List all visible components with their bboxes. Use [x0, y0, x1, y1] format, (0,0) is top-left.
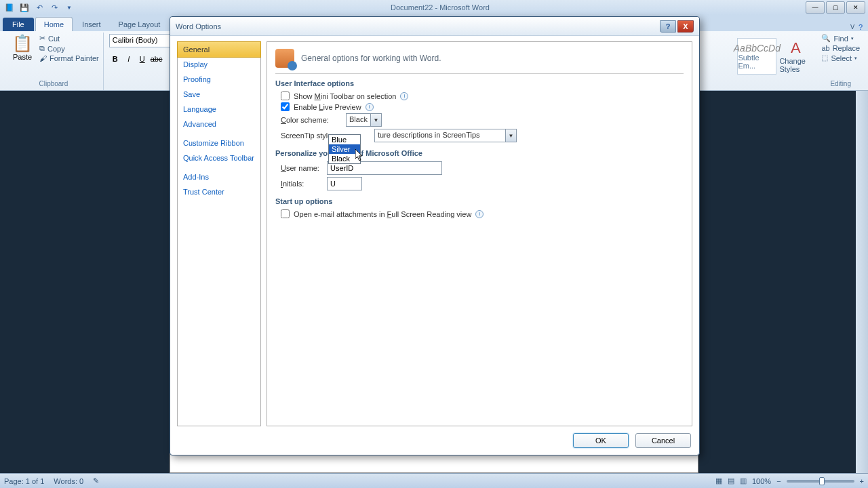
info-icon[interactable]: i — [400, 92, 408, 100]
nav-save[interactable]: Save — [178, 87, 260, 102]
color-scheme-dropdown: Blue Silver Black — [328, 134, 361, 164]
options-content-pane: General options for working with Word. U… — [267, 41, 692, 426]
live-preview-label: Enable Live Preview — [294, 103, 361, 111]
info-icon[interactable]: i — [475, 210, 484, 218]
email-attachments-checkbox[interactable] — [281, 209, 290, 218]
mini-toolbar-label: Show Mini Toolbar on selection — [294, 92, 396, 100]
dropdown-item-blue[interactable]: Blue — [329, 135, 360, 144]
initials-label: Initials: — [281, 180, 323, 188]
dialog-help-button[interactable]: ? — [660, 20, 676, 33]
nav-display[interactable]: Display — [178, 57, 260, 72]
live-preview-checkbox[interactable] — [281, 102, 290, 111]
section-startup: Start up options — [275, 197, 684, 205]
dropdown-item-silver[interactable]: Silver — [329, 144, 360, 154]
nav-proofing[interactable]: Proofing — [178, 72, 260, 87]
options-nav-list: General Display Proofing Save Language A… — [177, 41, 261, 426]
cancel-button[interactable]: Cancel — [635, 433, 691, 448]
screentip-combo[interactable]: ture descriptions in ScreenTips ▼ — [374, 129, 517, 142]
nav-addins[interactable]: Add-Ins — [178, 169, 260, 184]
nav-qat[interactable]: Quick Access Toolbar — [178, 150, 260, 165]
color-scheme-label: Color scheme: — [281, 116, 342, 124]
nav-general[interactable]: General — [177, 41, 261, 58]
ok-button[interactable]: OK — [573, 433, 629, 448]
chevron-down-icon[interactable]: ▼ — [505, 129, 516, 142]
username-label: User name: — [281, 164, 323, 172]
nav-trust-center[interactable]: Trust Center — [178, 184, 260, 199]
dropdown-item-black[interactable]: Black — [329, 154, 360, 163]
section-ui-options: User Interface options — [275, 79, 684, 87]
email-attachments-label: Open e-mail attachments in Full Screen R… — [294, 210, 471, 218]
content-header-text: General options for working with Word. — [301, 54, 441, 63]
dialog-close-button[interactable]: X — [677, 20, 694, 33]
dialog-title: Word Options — [176, 22, 221, 30]
nav-language[interactable]: Language — [178, 102, 260, 117]
nav-advanced[interactable]: Advanced — [178, 117, 260, 131]
word-options-dialog: Word Options ? X General Display Proofin… — [170, 16, 700, 455]
mini-toolbar-checkbox[interactable] — [281, 92, 290, 100]
general-options-icon — [275, 49, 294, 68]
color-scheme-combo[interactable]: Black ▼ — [346, 113, 382, 127]
initials-field[interactable] — [327, 177, 362, 190]
info-icon[interactable]: i — [366, 103, 374, 111]
chevron-down-icon[interactable]: ▼ — [370, 114, 381, 126]
nav-customize-ribbon[interactable]: Customize Ribbon — [178, 136, 260, 150]
screentip-label: ScreenTip style: — [281, 131, 335, 140]
